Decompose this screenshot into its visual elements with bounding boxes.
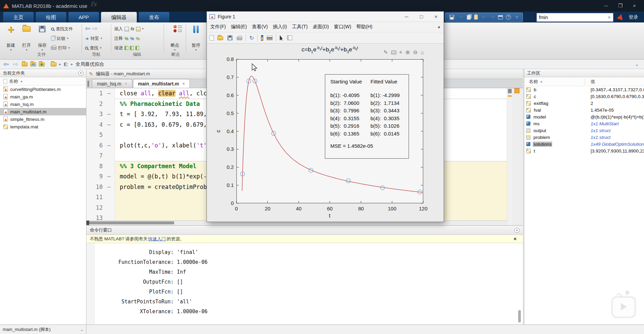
scrollbar-thumb[interactable] [508, 89, 512, 93]
zoom-in-icon[interactable] [406, 49, 410, 55]
tab-close-icon[interactable]: × [125, 81, 127, 86]
search-folder-icon[interactable] [39, 62, 45, 66]
save-figure-icon[interactable] [228, 35, 233, 41]
menu-overflow-icon[interactable]: ➤ [436, 25, 441, 29]
workspace-column-header[interactable]: 名称▲ 值 [524, 77, 644, 86]
minimize-icon[interactable]: ─ [405, 14, 409, 19]
figure-menu-item-6[interactable]: 窗口(W) [334, 24, 351, 30]
goto-button[interactable]: 转至▾ [85, 35, 102, 42]
close-icon[interactable]: × [633, 3, 636, 9]
new-figure-icon[interactable] [210, 35, 214, 41]
new-script-button[interactable]: 新建▾ [3, 24, 18, 51]
paste-icon[interactable] [474, 15, 478, 20]
folder-forward-icon[interactable] [12, 60, 19, 68]
open-file-icon[interactable] [217, 36, 223, 40]
save-button[interactable]: 保存▾ [35, 24, 50, 51]
maximize-icon[interactable]: □ [420, 14, 423, 19]
breadcrumb-drive[interactable]: E: [64, 62, 68, 67]
figure-menu-item-2[interactable]: 查看(V) [252, 24, 268, 30]
column-divider[interactable] [585, 78, 585, 85]
file-item[interactable]: tempdata.mat [0, 123, 86, 130]
workspace-variable-row[interactable]: solutions1x49 GlobalOptimSolution [524, 141, 644, 147]
folder-up-icon[interactable] [22, 62, 28, 66]
insert-colorbar-icon[interactable] [261, 35, 263, 41]
file-item[interactable]: main_multistart.m [0, 108, 86, 115]
workspace-variable-row[interactable]: t[3.9200,7.9300,11.8900,23.9 [524, 147, 644, 154]
file-item[interactable]: curvefittingPlotIterates.m [0, 85, 86, 93]
tab-close-icon[interactable]: × [182, 81, 185, 86]
link-plot-icon[interactable] [249, 35, 254, 41]
file-item[interactable]: main_lsq.m [0, 100, 86, 108]
edit-plot-icon[interactable] [280, 35, 284, 41]
status-file-selector[interactable]: main_multistart.m (脚本) ⌄ [0, 325, 86, 334]
find-button[interactable]: 查找▾ [85, 44, 101, 52]
datatip-icon[interactable] [391, 50, 396, 54]
file-column-header[interactable]: 名称 ▲ [0, 77, 86, 85]
insert-legend-icon[interactable] [267, 36, 273, 40]
indent-button[interactable]: 缩进 [114, 44, 139, 52]
cut-icon[interactable] [458, 15, 464, 20]
insert-button[interactable]: 插入 ▾ [114, 25, 144, 33]
print-icon[interactable] [237, 37, 242, 40]
undo-icon[interactable] [481, 15, 486, 20]
print-button[interactable]: 打印▾ [51, 44, 70, 52]
find-files-button[interactable]: 查找文件 [51, 25, 73, 33]
compare-button[interactable]: 比较▾ [51, 35, 68, 42]
folder-back-icon[interactable] [3, 60, 10, 68]
workspace-variable-row[interactable]: model@(b,t)b(1)*exp(-b(4)*t)+b(2 [524, 113, 644, 120]
close-icon[interactable]: × [434, 14, 437, 19]
editor-vscrollbar[interactable] [507, 88, 512, 225]
ribbon-tab-2[interactable]: APP [68, 12, 99, 22]
ribbon-tab-0[interactable]: 主页 [3, 12, 34, 22]
workspace-variable-row[interactable]: b[0.3457,-4.3107,1.7327,0.01 [524, 86, 644, 93]
scrollbar-thumb[interactable] [88, 221, 174, 224]
video-play-overlay-icon[interactable] [612, 297, 635, 318]
banner-close-icon[interactable]: ✕ [513, 237, 519, 241]
community-dropdown-icon[interactable] [514, 15, 519, 20]
navigate-back-button[interactable] [85, 25, 98, 32]
warning-marker-icon[interactable] [508, 95, 512, 97]
file-item[interactable]: simple_fitness.m [0, 115, 86, 123]
figure-menu-item-1[interactable]: 编辑(E) [231, 24, 247, 30]
ribbon-tab-4[interactable]: 发布 [138, 12, 170, 22]
signin-label[interactable]: 登录 [629, 14, 638, 20]
minimize-icon[interactable]: ─ [604, 3, 608, 9]
figure-window[interactable]: Figure 1 ─ □ × 文件(F)编辑(E)查看(V)插入(I)工具(T)… [207, 11, 444, 222]
pause-button[interactable]: 暂停▾ [188, 24, 203, 51]
figure-menu-item-3[interactable]: 插入(I) [273, 24, 287, 30]
property-editor-icon[interactable] [287, 35, 292, 40]
quick-start-link[interactable]: 快速入门 [148, 236, 166, 242]
address-dropdown-icon[interactable]: ⌄ [635, 62, 641, 67]
workspace-variable-row[interactable]: exitflag2 [524, 100, 644, 107]
save-icon[interactable] [449, 15, 455, 20]
figure-menu-item-7[interactable]: 帮助(H) [356, 24, 372, 30]
breakpoints-button[interactable]: 断点▾ [167, 24, 182, 51]
scrollbar-thumb[interactable] [518, 310, 521, 322]
home-icon[interactable] [420, 49, 424, 55]
figure-menu-item-5[interactable]: 桌面(D) [313, 24, 329, 30]
brush-icon[interactable] [383, 49, 388, 55]
zoom-out-icon[interactable] [413, 49, 417, 55]
pan-icon[interactable] [399, 49, 402, 55]
breadcrumb-folder[interactable]: 全局最优拟合 [76, 61, 104, 67]
switch-window-icon[interactable] [498, 15, 503, 19]
figure-menu-item-0[interactable]: 文件(F) [210, 24, 226, 30]
help-icon[interactable] [506, 15, 511, 20]
mlint-indicator-icon[interactable] [514, 88, 519, 93]
open-button[interactable]: 打开▾ [19, 24, 34, 51]
workspace-variable-row[interactable]: c[0.1630,0.6790,0.6790,0.38 [524, 93, 644, 100]
workspace-variable-row[interactable]: fval1.4547e-05 [524, 107, 644, 113]
ribbon-tab-3[interactable]: 编辑器 [101, 12, 137, 22]
panel-menu-icon[interactable] [78, 70, 83, 76]
cloud-folder-icon[interactable] [30, 62, 36, 66]
editor-tab-1[interactable]: main_multistart.m× [133, 79, 190, 88]
panel-menu-icon[interactable] [514, 228, 519, 233]
restore-icon[interactable]: ❐ [618, 3, 623, 9]
file-item[interactable]: main_ga.m [0, 93, 86, 100]
redo-icon[interactable] [490, 15, 495, 20]
search-input[interactable] [537, 15, 606, 20]
workspace-variable-row[interactable]: output1x1 struct [524, 127, 644, 134]
figure-menu-item-4[interactable]: 工具(T) [292, 24, 308, 30]
comment-button[interactable]: 注释 [114, 35, 140, 42]
workspace-variable-row[interactable]: problem1x1 struct [524, 134, 644, 141]
